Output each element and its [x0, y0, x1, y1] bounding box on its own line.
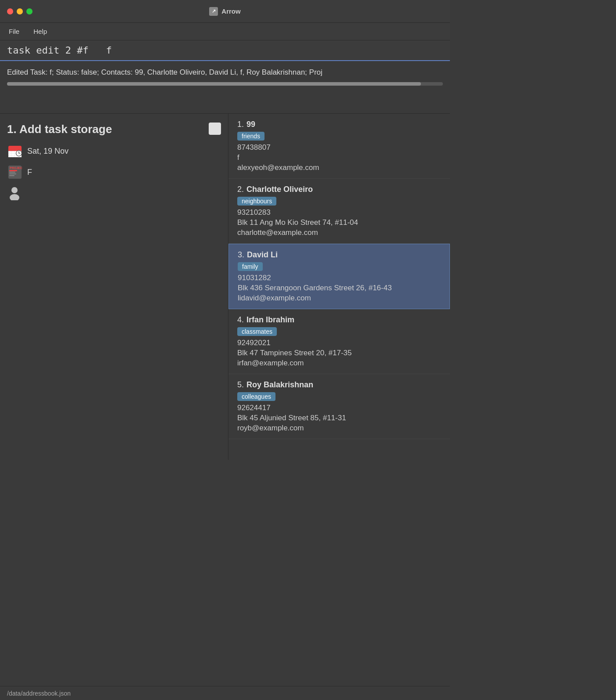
scrollbar-thumb[interactable] [7, 82, 421, 86]
window-controls [7, 8, 33, 14]
app-icon: ↗ [209, 7, 218, 16]
contact-tag-1: friends [237, 132, 265, 141]
svg-rect-15 [9, 172, 15, 173]
contact-tag-3: family [238, 262, 263, 271]
person-svg [7, 185, 22, 200]
contact-tag-4: classmates [237, 327, 277, 336]
minimize-button[interactable] [17, 8, 23, 14]
svg-text:PROJECT: PROJECT [10, 166, 22, 170]
task-project-row: PROJECT F [7, 164, 221, 180]
contact-header-1: 1. 99 [237, 120, 441, 129]
contacts-list: 1. 99 friends 87438807 f alexyeoh@exampl… [228, 114, 450, 460]
project-icon: PROJECT [7, 164, 23, 180]
contact-phone-3: 91031282 [238, 274, 441, 282]
person-icon [7, 185, 22, 200]
contact-number-5: 5. [237, 380, 244, 390]
contact-phone-4: 92492021 [237, 339, 441, 347]
contact-address-4: Blk 47 Tampines Street 20, #17-35 [237, 349, 441, 357]
contact-header-4: 4. Irfan Ibrahim [237, 315, 441, 325]
contact-card-3[interactable]: 3. David Li family 91031282 Blk 436 Sera… [228, 244, 450, 309]
contact-name-3: David Li [247, 250, 278, 260]
contact-email-1: alexyeoh@example.com [237, 163, 441, 172]
contact-card-2[interactable]: 2. Charlotte Oliveiro neighbours 9321028… [228, 179, 450, 244]
command-bar [0, 40, 450, 61]
contact-name-1: 99 [246, 120, 255, 129]
titlebar: ↗ Arrow [0, 0, 450, 23]
svg-point-19 [10, 194, 19, 200]
task-title: 1. Add task storage [7, 123, 112, 136]
left-panel: 1. Add task storage [0, 114, 228, 460]
contact-number-3: 3. [238, 250, 244, 260]
contact-address-2: Blk 11 Ang Mo Kio Street 74, #11-04 [237, 218, 441, 227]
contact-number-4: 4. [237, 315, 244, 325]
contact-header-2: 2. Charlotte Oliveiro [237, 185, 441, 194]
maximize-button[interactable] [26, 8, 33, 14]
contact-address-5: Blk 45 Aljunied Street 85, #11-31 [237, 414, 441, 422]
svg-rect-16 [9, 173, 16, 174]
contact-email-2: charlotte@example.com [237, 228, 441, 237]
task-header: 1. Add task storage [7, 123, 221, 136]
contact-card-5[interactable]: 5. Roy Balakrishnan colleagues 92624417 … [228, 374, 450, 439]
main-content: 1. Add task storage [0, 114, 450, 460]
contact-header-5: 5. Roy Balakrishnan [237, 380, 441, 390]
contact-email-5: royb@example.com [237, 424, 441, 433]
svg-point-18 [11, 187, 18, 193]
contact-tag-5: colleagues [237, 392, 275, 401]
contact-number-1: 1. [237, 120, 244, 129]
menubar: File Help [0, 23, 450, 40]
svg-rect-14 [9, 170, 17, 171]
task-checkbox[interactable] [209, 123, 221, 135]
app-title: Arrow [221, 7, 240, 15]
calendar-icon [7, 143, 23, 159]
contact-name-5: Roy Balakrishnan [246, 380, 313, 390]
task-date: Sat, 19 Nov [27, 147, 69, 156]
app-title-container: ↗ Arrow [209, 7, 240, 16]
contact-address-1: f [237, 153, 441, 162]
task-meta: Sat, 19 Nov PROJECT F [7, 143, 221, 200]
close-button[interactable] [7, 8, 13, 14]
contact-card-4[interactable]: 4. Irfan Ibrahim classmates 92492021 Blk… [228, 309, 450, 374]
contact-phone-2: 93210283 [237, 208, 441, 217]
command-input[interactable] [7, 45, 443, 56]
menu-help[interactable]: Help [30, 26, 51, 37]
svg-rect-17 [9, 175, 14, 176]
output-area: Edited Task: f; Status: false; Contacts:… [0, 61, 450, 114]
project-svg: PROJECT [7, 165, 22, 180]
contact-email-3: lidavid@example.com [238, 294, 441, 303]
task-date-row: Sat, 19 Nov [7, 143, 221, 159]
output-text: Edited Task: f; Status: false; Contacts:… [7, 68, 443, 77]
contact-email-4: irfan@example.com [237, 359, 441, 368]
contact-address-3: Blk 436 Serangoon Gardens Street 26, #16… [238, 284, 441, 292]
contact-name-2: Charlotte Oliveiro [246, 185, 313, 194]
contact-phone-5: 92624417 [237, 404, 441, 412]
contact-tag-2: neighbours [237, 197, 276, 206]
contact-name-4: Irfan Ibrahim [246, 315, 294, 325]
task-person-row [7, 185, 221, 200]
scrollbar-track[interactable] [7, 82, 443, 86]
contact-number-2: 2. [237, 185, 244, 194]
contact-card-1[interactable]: 1. 99 friends 87438807 f alexyeoh@exampl… [228, 114, 450, 179]
calendar-svg [7, 144, 22, 159]
menu-file[interactable]: File [5, 26, 23, 37]
contact-phone-1: 87438807 [237, 143, 441, 152]
app-icon-label: ↗ [212, 8, 216, 14]
contact-header-3: 3. David Li [238, 250, 441, 260]
task-project: F [27, 168, 32, 177]
